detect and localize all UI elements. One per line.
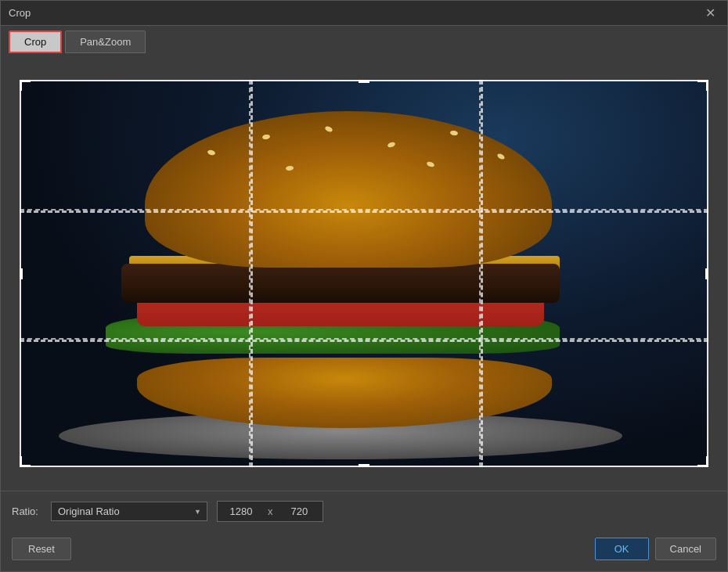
bottom-controls: Ratio: Original Ratio Custom 1:1 4:3 16:… — [1, 491, 727, 531]
tab-panzoom[interactable]: Pan&Zoom — [65, 31, 146, 53]
reset-button[interactable]: Reset — [12, 538, 71, 560]
width-input[interactable] — [218, 502, 265, 521]
dimension-separator: x — [265, 505, 276, 517]
tabs-bar: Crop Pan&Zoom — [1, 26, 727, 53]
sesame-seed — [496, 153, 506, 160]
crop-dialog: Crop ✕ Crop Pan&Zoom — [0, 0, 728, 572]
sesame-seed — [387, 141, 395, 148]
title-bar: Crop ✕ — [1, 1, 727, 26]
sesame-seed — [324, 125, 333, 133]
dimensions-group: x — [217, 501, 324, 522]
sesame-seed — [262, 134, 271, 140]
ratio-label: Ratio: — [12, 505, 38, 517]
dialog-title: Crop — [9, 7, 31, 19]
close-button[interactable]: ✕ — [701, 4, 719, 23]
sesame-seed — [207, 149, 215, 156]
crop-container[interactable] — [20, 80, 708, 467]
ratio-select[interactable]: Original Ratio Custom 1:1 4:3 16:9 9:16 — [51, 502, 207, 521]
footer-row: Reset OK Cancel — [1, 531, 727, 571]
image-area — [1, 53, 727, 491]
ratio-select-wrapper: Original Ratio Custom 1:1 4:3 16:9 9:16 — [51, 502, 207, 521]
patty — [121, 264, 560, 303]
action-buttons: OK Cancel — [595, 538, 716, 560]
ok-button[interactable]: OK — [595, 538, 649, 560]
height-input[interactable] — [276, 502, 323, 521]
sesame-seed — [286, 166, 294, 171]
cancel-button[interactable]: Cancel — [655, 538, 716, 560]
sesame-seed — [450, 130, 459, 136]
tab-crop[interactable]: Crop — [9, 31, 62, 53]
sesame-seed — [426, 160, 434, 167]
